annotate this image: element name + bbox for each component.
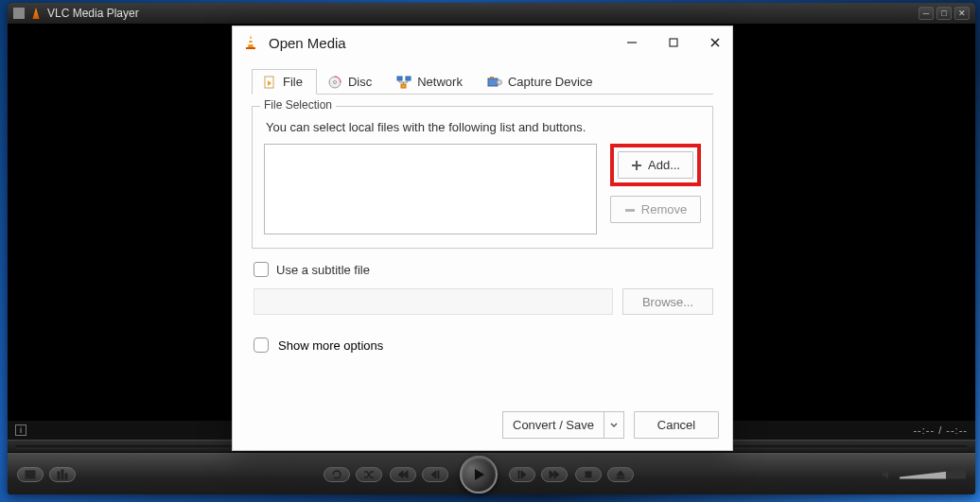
dialog-action-bar: Convert / Save Cancel <box>233 402 732 450</box>
vlc-cone-icon <box>30 8 42 19</box>
svg-point-14 <box>333 80 336 83</box>
fast-forward-button[interactable] <box>509 467 535 482</box>
skip-forward-button[interactable] <box>541 467 568 482</box>
cancel-button-label: Cancel <box>657 418 695 432</box>
dialog-minimize-button[interactable] <box>624 35 639 50</box>
maximize-button[interactable]: □ <box>936 7 952 20</box>
main-titlebar: VLC Media Player ─ □ ✕ <box>8 3 975 24</box>
eject-button[interactable] <box>607 467 634 482</box>
cancel-button[interactable]: Cancel <box>634 411 719 439</box>
dialog-titlebar: Open Media <box>233 26 732 59</box>
file-list[interactable] <box>264 144 597 234</box>
add-button-highlight: Add... <box>610 144 701 186</box>
svg-rect-0 <box>26 471 35 473</box>
tab-disc[interactable]: Disc <box>317 69 386 95</box>
svg-rect-4 <box>61 470 63 479</box>
rewind-button[interactable] <box>422 467 448 482</box>
svg-rect-18 <box>488 78 498 86</box>
dialog-tabs: File Disc Network Capture Device <box>252 68 713 95</box>
show-more-label: Show more options <box>278 338 383 353</box>
minimize-button[interactable]: ─ <box>919 7 934 20</box>
svg-rect-15 <box>397 77 402 80</box>
remove-button[interactable]: Remove <box>610 196 701 223</box>
svg-point-20 <box>497 79 501 84</box>
tab-network[interactable]: Network <box>386 69 477 95</box>
playlist-toggle-button[interactable] <box>17 467 44 482</box>
skip-back-button[interactable] <box>390 467 416 482</box>
subtitle-row: Use a subtitle file <box>254 262 713 277</box>
file-selection-group: File Selection You can select local file… <box>252 106 713 249</box>
stop-button[interactable] <box>575 467 602 482</box>
convert-save-label: Convert / Save <box>513 418 594 432</box>
dialog-maximize-button[interactable] <box>666 35 681 50</box>
close-window-button[interactable]: ✕ <box>954 7 970 20</box>
tab-capture-label: Capture Device <box>508 75 593 89</box>
convert-save-dropdown[interactable] <box>604 411 624 439</box>
disc-icon <box>327 76 342 89</box>
shuffle-button[interactable] <box>356 467 382 482</box>
svg-rect-1 <box>26 474 35 476</box>
remove-button-label: Remove <box>641 202 687 216</box>
vlc-cone-icon <box>242 34 259 51</box>
svg-rect-9 <box>249 43 254 44</box>
dialog-title: Open Media <box>269 35 346 51</box>
volume-slider[interactable] <box>900 470 966 479</box>
main-title: VLC Media Player <box>47 7 139 20</box>
dialog-close-button[interactable] <box>708 35 723 50</box>
svg-rect-3 <box>58 472 60 479</box>
file-selection-legend: File Selection <box>260 98 336 112</box>
svg-rect-8 <box>249 39 253 41</box>
show-more-checkbox[interactable] <box>254 338 269 353</box>
play-button[interactable] <box>460 456 498 493</box>
file-selection-help: You can select local files with the foll… <box>266 120 701 134</box>
tab-file-label: File <box>283 75 303 89</box>
minus-icon <box>624 204 636 216</box>
add-button[interactable]: Add... <box>618 151 693 179</box>
svg-rect-11 <box>670 39 677 46</box>
info-icon[interactable]: i <box>15 424 26 436</box>
equalizer-button[interactable] <box>49 467 76 482</box>
network-icon <box>396 76 411 89</box>
mute-icon[interactable] <box>881 468 894 481</box>
browse-button: Browse... <box>622 288 713 315</box>
file-icon <box>262 76 277 89</box>
time-elapsed: --:-- <box>913 424 935 436</box>
svg-rect-2 <box>26 476 35 478</box>
svg-rect-6 <box>586 472 591 477</box>
show-more-row: Show more options <box>254 338 719 353</box>
svg-rect-19 <box>490 77 494 78</box>
plus-icon <box>631 160 642 171</box>
control-bar <box>8 453 975 494</box>
convert-save-button[interactable]: Convert / Save <box>502 411 604 439</box>
tab-capture[interactable]: Capture Device <box>477 69 607 95</box>
subtitle-label: Use a subtitle file <box>276 263 370 277</box>
svg-rect-17 <box>401 84 406 88</box>
chevron-down-icon <box>610 422 618 429</box>
add-button-label: Add... <box>648 158 680 172</box>
app-menu-icon[interactable] <box>13 8 25 19</box>
convert-save-split-button: Convert / Save <box>502 411 624 439</box>
svg-rect-5 <box>65 474 67 479</box>
tab-network-label: Network <box>417 75 463 89</box>
svg-rect-7 <box>246 47 255 49</box>
tab-disc-label: Disc <box>348 75 372 89</box>
loop-button[interactable] <box>324 467 350 482</box>
browse-button-label: Browse... <box>642 295 693 309</box>
svg-rect-21 <box>625 209 635 212</box>
open-media-dialog: Open Media File Disc Network Capture Dev <box>232 26 733 451</box>
capture-icon <box>487 76 502 89</box>
subtitle-checkbox[interactable] <box>254 262 269 277</box>
tab-file[interactable]: File <box>252 69 317 95</box>
time-total: --:-- <box>946 424 968 436</box>
svg-rect-16 <box>406 77 411 80</box>
subtitle-path-input <box>254 288 613 315</box>
